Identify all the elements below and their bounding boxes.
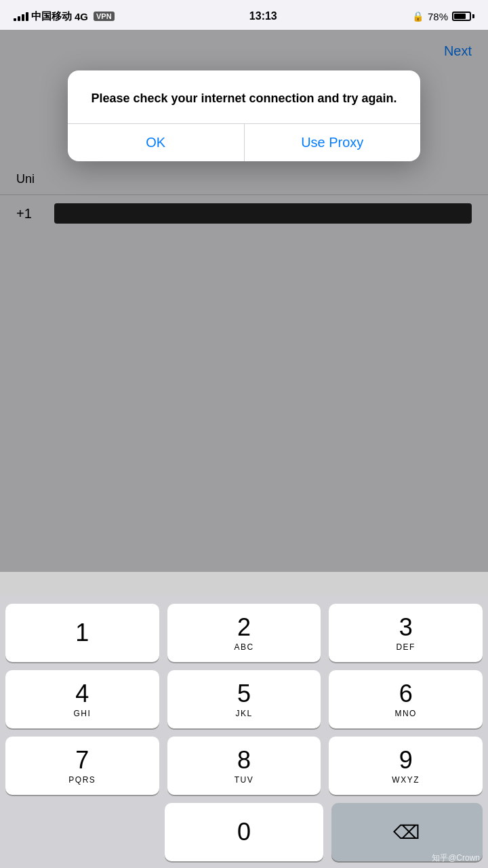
use-proxy-button[interactable]: Use Proxy	[245, 124, 421, 161]
key-row-3: 7 PQRS 8 TUV 9 WXYZ	[5, 737, 483, 795]
status-right: 🔒 78%	[412, 11, 474, 22]
key-4-letters: GHI	[73, 709, 91, 718]
bar1	[14, 18, 16, 21]
key-6-letters: MNO	[394, 709, 417, 718]
key-9[interactable]: 9 WXYZ	[329, 737, 483, 795]
status-bar: 中国移动 4G VPN 13:13 🔒 78%	[0, 0, 488, 30]
key-2-number: 2	[237, 614, 251, 641]
battery-tip	[472, 14, 474, 18]
key-3-number: 3	[399, 614, 413, 641]
status-time: 13:13	[249, 10, 277, 22]
key-8-letters: TUV	[235, 775, 254, 785]
key-3-letters: DEF	[396, 642, 415, 652]
key-2[interactable]: 2 ABC	[167, 604, 321, 662]
key-7[interactable]: 7 PQRS	[5, 737, 159, 795]
vpn-badge: VPN	[94, 12, 115, 21]
battery-body	[452, 12, 471, 21]
key-8-number: 8	[237, 747, 251, 774]
battery-percent: 78%	[428, 11, 448, 22]
key-empty	[5, 803, 157, 861]
alert-dialog: Please check your internet connection an…	[68, 70, 420, 161]
bar4	[26, 12, 28, 21]
signal-bars	[14, 12, 28, 21]
numeric-keyboard: 1 2 ABC 3 DEF 4 GHI 5 JKL 6 MNO 7 PQRS	[0, 596, 488, 868]
key-0[interactable]: 0	[165, 803, 323, 861]
key-5-number: 5	[237, 680, 251, 707]
key-9-number: 9	[399, 747, 413, 774]
dialog-buttons: OK Use Proxy	[68, 124, 420, 161]
key-9-letters: WXYZ	[392, 775, 420, 785]
key-5-letters: JKL	[235, 709, 252, 718]
key-8[interactable]: 8 TUV	[167, 737, 321, 795]
bar3	[22, 14, 24, 21]
status-left: 中国移动 4G VPN	[14, 10, 115, 23]
key-row-4: 0 ⌫	[5, 803, 483, 861]
key-6[interactable]: 6 MNO	[329, 670, 483, 728]
key-0-number: 0	[237, 819, 251, 846]
main-background: Next Your Phone Please confirm your coun…	[0, 30, 488, 572]
key-1-number: 1	[75, 619, 89, 646]
dialog-message: Please check your internet connection an…	[68, 70, 420, 123]
key-4[interactable]: 4 GHI	[5, 670, 159, 728]
key-row-1: 1 2 ABC 3 DEF	[5, 604, 483, 662]
key-6-number: 6	[399, 680, 413, 707]
key-2-letters: ABC	[234, 642, 253, 652]
battery-fill	[454, 14, 466, 19]
orientation-lock-icon: 🔒	[412, 11, 424, 22]
key-3[interactable]: 3 DEF	[329, 604, 483, 662]
delete-icon: ⌫	[393, 821, 420, 844]
key-7-number: 7	[75, 747, 89, 774]
ok-button[interactable]: OK	[68, 124, 244, 161]
key-row-2: 4 GHI 5 JKL 6 MNO	[5, 670, 483, 728]
key-4-number: 4	[75, 680, 89, 707]
bar2	[18, 16, 20, 21]
battery-indicator	[452, 12, 474, 21]
network-label: 4G	[75, 11, 88, 22]
key-5[interactable]: 5 JKL	[167, 670, 321, 728]
key-7-letters: PQRS	[68, 775, 96, 785]
key-1[interactable]: 1	[5, 604, 159, 662]
carrier-label: 中国移动	[31, 10, 72, 23]
watermark: 知乎@Crown	[432, 852, 480, 864]
